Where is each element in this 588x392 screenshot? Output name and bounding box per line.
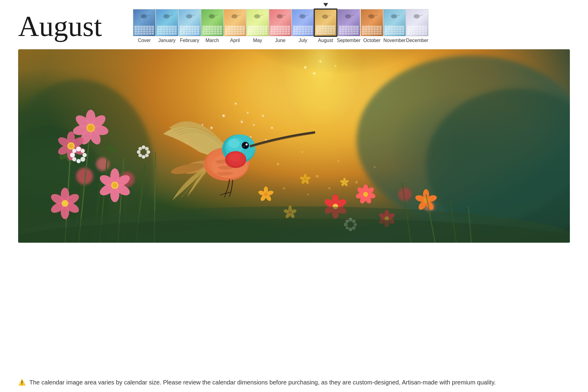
thumbnail-item-aug[interactable]: August xyxy=(314,9,337,43)
grid-cell xyxy=(305,33,307,35)
svg-point-153 xyxy=(211,127,212,129)
svg-point-69 xyxy=(76,147,81,151)
grid-cell xyxy=(347,26,350,28)
grid-cell xyxy=(393,33,396,35)
grid-cell xyxy=(197,33,199,35)
thumbnail-label-jul: July xyxy=(299,38,307,43)
grid-cell xyxy=(276,28,279,30)
grid-cell xyxy=(157,33,160,35)
thumbnail-item-may[interactable]: May xyxy=(246,9,269,43)
svg-point-2 xyxy=(163,14,170,18)
grid-cell xyxy=(402,28,404,30)
grid-cell xyxy=(137,33,140,35)
grid-cell xyxy=(373,26,376,28)
grid-cell xyxy=(160,26,162,28)
thumbnail-item-oct[interactable]: October xyxy=(360,9,383,43)
grid-cell xyxy=(371,31,373,33)
grid-cell xyxy=(330,25,332,28)
svg-line-5 xyxy=(192,15,195,16)
active-indicator-arrow xyxy=(323,3,328,7)
grid-cell xyxy=(310,33,313,35)
grid-cell xyxy=(237,33,239,35)
svg-point-193 xyxy=(283,187,285,190)
svg-point-151 xyxy=(235,103,237,105)
grid-cell xyxy=(134,28,137,30)
grid-cell xyxy=(265,31,267,33)
grid-cell xyxy=(285,33,287,35)
thumbnail-image-dec xyxy=(406,9,428,36)
grid-cell xyxy=(186,31,188,33)
grid-cell xyxy=(353,28,356,30)
grid-cell xyxy=(163,31,165,33)
thumbnail-grid-nov xyxy=(385,26,404,35)
thumbnail-item-jan[interactable]: January xyxy=(156,9,178,43)
svg-line-17 xyxy=(328,15,331,16)
grid-cell xyxy=(220,31,222,33)
grid-cell xyxy=(379,31,382,33)
grid-cell xyxy=(140,28,143,30)
grid-cell xyxy=(330,30,332,32)
grid-cell xyxy=(350,28,353,30)
svg-point-80 xyxy=(145,154,149,157)
grid-cell xyxy=(399,31,401,33)
thumbnail-item-cover[interactable]: Cover xyxy=(133,9,156,43)
grid-cell xyxy=(407,33,410,35)
top-section: August CoverJanuaryFebruaryMarchAprilMay… xyxy=(0,0,588,49)
thumbnail-bird-jun xyxy=(274,12,286,21)
grid-cell xyxy=(137,28,140,30)
grid-cell xyxy=(276,33,279,35)
thumbnail-label-cover: Cover xyxy=(138,38,151,43)
grid-cell xyxy=(194,26,196,28)
thumbnail-grid-jan xyxy=(157,26,177,35)
grid-cell xyxy=(242,33,245,35)
svg-point-75 xyxy=(70,153,75,157)
svg-point-99 xyxy=(62,200,68,207)
svg-point-8 xyxy=(231,14,237,18)
grid-cell xyxy=(285,26,287,28)
grid-cell xyxy=(282,33,284,35)
thumbnail-label-feb: February xyxy=(180,38,199,43)
grid-cell xyxy=(296,26,298,28)
grid-cell xyxy=(279,33,281,35)
thumbnail-item-apr[interactable]: April xyxy=(224,9,246,43)
grid-cell xyxy=(157,26,160,28)
svg-point-170 xyxy=(313,73,315,74)
thumbnail-grid-cover xyxy=(134,26,154,35)
thumbnail-item-dec[interactable]: December xyxy=(406,9,428,43)
thumbnail-label-mar: March xyxy=(205,38,219,43)
grid-cell xyxy=(385,33,387,35)
grid-cell xyxy=(166,26,168,28)
thumbnail-grid-apr xyxy=(225,26,245,35)
grid-cell xyxy=(239,33,242,35)
grid-cell xyxy=(152,26,154,28)
grid-cell xyxy=(362,28,364,30)
grid-cell xyxy=(416,26,418,28)
grid-cell xyxy=(402,31,404,33)
grid-cell xyxy=(321,25,324,28)
svg-point-79 xyxy=(147,150,150,154)
thumbnail-grid-jun xyxy=(270,26,290,35)
grid-cell xyxy=(191,33,194,35)
grid-cell xyxy=(365,31,367,33)
grid-cell xyxy=(160,28,162,30)
grid-cell xyxy=(220,26,222,28)
grid-cell xyxy=(191,26,194,28)
thumbnail-item-mar[interactable]: March xyxy=(201,9,224,43)
svg-line-21 xyxy=(374,15,377,16)
thumbnail-item-sep[interactable]: September xyxy=(337,9,360,43)
thumbnail-label-sep: September xyxy=(337,38,360,43)
grid-cell xyxy=(419,33,421,35)
svg-point-24 xyxy=(414,14,420,18)
grid-cell xyxy=(373,33,376,35)
svg-point-179 xyxy=(229,139,240,148)
grid-cell xyxy=(248,33,250,35)
grid-cell xyxy=(350,26,353,28)
grid-cell xyxy=(231,31,233,33)
thumbnail-item-jul[interactable]: July xyxy=(292,9,314,43)
thumbnail-item-jun[interactable]: June xyxy=(269,9,292,43)
grid-cell xyxy=(416,33,418,35)
thumbnail-item-nov[interactable]: November xyxy=(383,9,406,43)
thumbnail-item-feb[interactable]: February xyxy=(178,9,201,43)
grid-cell xyxy=(250,33,253,35)
grid-cell xyxy=(202,31,205,33)
